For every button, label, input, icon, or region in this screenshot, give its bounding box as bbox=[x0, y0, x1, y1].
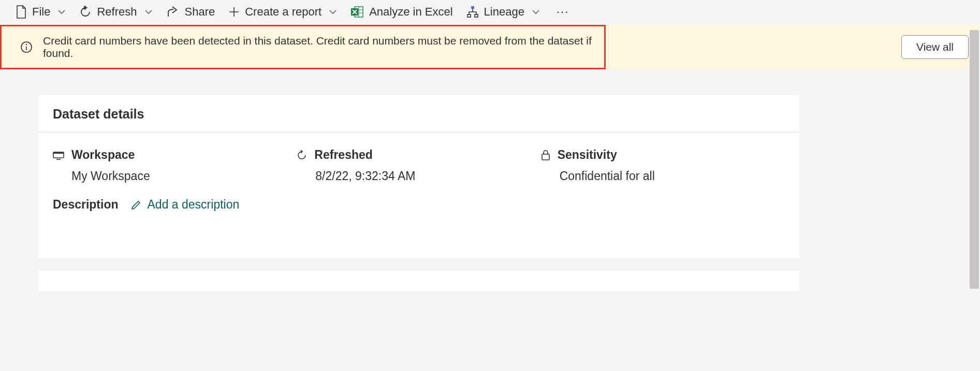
warning-banner-text: Credit card numbers have been detected i… bbox=[43, 35, 593, 60]
info-icon bbox=[20, 41, 33, 53]
refresh-menu[interactable]: Refresh bbox=[79, 5, 152, 19]
sensitivity-section: Sensitivity Confidential for all bbox=[541, 148, 785, 183]
add-description-button[interactable]: Add a description bbox=[131, 198, 240, 212]
content-area: Dataset details Workspace My Workspace bbox=[0, 69, 980, 291]
file-menu[interactable]: File bbox=[16, 5, 66, 19]
analyze-excel-button[interactable]: Analyze in Excel bbox=[350, 5, 452, 19]
dataset-details-card: Dataset details Workspace My Workspace bbox=[38, 95, 799, 258]
edit-icon bbox=[131, 200, 141, 210]
chevron-down-icon bbox=[144, 9, 153, 14]
lineage-menu[interactable]: Lineage bbox=[466, 5, 540, 19]
toolbar: File Refresh Share Create a report bbox=[0, 0, 980, 25]
svg-rect-5 bbox=[471, 6, 474, 9]
analyze-excel-label: Analyze in Excel bbox=[369, 5, 452, 19]
share-icon bbox=[166, 6, 180, 18]
refresh-icon bbox=[79, 6, 92, 18]
svg-rect-12 bbox=[53, 152, 64, 154]
lock-icon bbox=[541, 150, 550, 161]
share-label: Share bbox=[185, 5, 215, 19]
create-report-label: Create a report bbox=[245, 5, 321, 19]
share-button[interactable]: Share bbox=[166, 5, 215, 19]
vertical-scrollbar[interactable] bbox=[969, 30, 980, 370]
more-options-button[interactable]: ··· bbox=[553, 5, 572, 19]
svg-rect-14 bbox=[542, 154, 549, 160]
card-title: Dataset details bbox=[53, 107, 785, 122]
lineage-icon bbox=[466, 6, 479, 18]
refresh-label: Refresh bbox=[97, 5, 137, 19]
workspace-icon bbox=[53, 151, 64, 160]
warning-banner-highlight: Credit card numbers have been detected i… bbox=[0, 25, 606, 69]
refreshed-section: Refreshed 8/2/22, 9:32:34 AM bbox=[297, 148, 540, 183]
refreshed-value: 8/2/22, 9:32:34 AM bbox=[297, 169, 540, 183]
warning-banner: Credit card numbers have been detected i… bbox=[0, 25, 980, 69]
plus-icon bbox=[228, 6, 240, 18]
add-description-label: Add a description bbox=[148, 198, 240, 212]
svg-point-9 bbox=[26, 44, 27, 45]
lineage-label: Lineage bbox=[484, 5, 524, 19]
chevron-down-icon bbox=[57, 9, 66, 14]
next-card-placeholder bbox=[38, 271, 799, 291]
create-report-menu[interactable]: Create a report bbox=[228, 5, 337, 19]
workspace-label: Workspace bbox=[71, 148, 135, 162]
excel-icon bbox=[350, 6, 364, 18]
svg-rect-6 bbox=[467, 14, 471, 17]
sensitivity-label: Sensitivity bbox=[558, 148, 617, 162]
file-icon bbox=[16, 5, 27, 19]
workspace-value: My Workspace bbox=[53, 169, 297, 183]
scroll-thumb[interactable] bbox=[970, 30, 979, 289]
view-all-button[interactable]: View all bbox=[901, 35, 969, 59]
chevron-down-icon bbox=[329, 9, 337, 14]
refresh-small-icon bbox=[297, 150, 307, 160]
chevron-down-icon bbox=[532, 9, 540, 14]
description-label: Description bbox=[53, 198, 119, 212]
file-label: File bbox=[32, 5, 50, 19]
sensitivity-value: Confidential for all bbox=[541, 169, 785, 183]
svg-rect-7 bbox=[475, 14, 478, 17]
refreshed-label: Refreshed bbox=[314, 148, 372, 162]
workspace-section: Workspace My Workspace bbox=[53, 148, 297, 183]
